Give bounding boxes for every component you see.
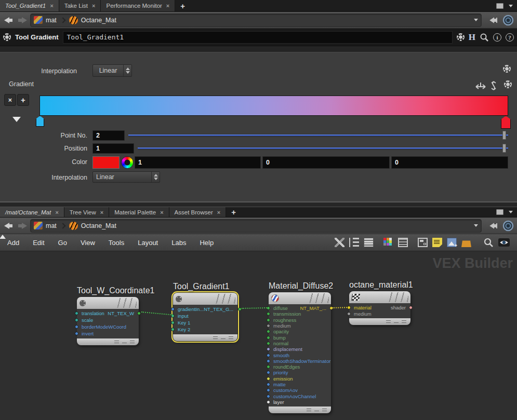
- dropdown-spinner[interactable]: [123, 65, 131, 76]
- path-dropdown-icon[interactable]: [474, 224, 478, 227]
- tools-icon[interactable]: [335, 238, 344, 247]
- input-port[interactable]: [267, 342, 270, 345]
- palette-grid-icon[interactable]: [383, 238, 393, 247]
- visibility-eye-icon[interactable]: [498, 238, 510, 247]
- background-image-icon[interactable]: +: [447, 238, 457, 247]
- color-b-field[interactable]: 0: [391, 156, 508, 169]
- ramp-key-end[interactable]: [501, 116, 511, 129]
- tab-take-list[interactable]: Take List ×: [59, 0, 101, 11]
- input-port[interactable]: [171, 321, 175, 324]
- color-swatch[interactable]: [92, 156, 120, 169]
- input-port[interactable]: [267, 318, 270, 322]
- input-port[interactable]: [267, 395, 270, 398]
- menu-add[interactable]: Add: [7, 239, 19, 247]
- input-port[interactable]: [267, 383, 270, 386]
- close-icon[interactable]: ×: [92, 3, 95, 9]
- input-port[interactable]: [267, 347, 270, 351]
- ramp-key-start[interactable]: [36, 116, 44, 127]
- node-footer[interactable]: [269, 407, 331, 413]
- menu-tools[interactable]: Tools: [109, 239, 124, 247]
- slider-handle[interactable]: [502, 131, 506, 140]
- menu-layout[interactable]: Layout: [138, 239, 158, 247]
- pane-scroll-arrow[interactable]: [0, 235, 6, 239]
- sticky-note-icon[interactable]: [432, 238, 442, 247]
- ramp-gear-icon[interactable]: [504, 80, 512, 88]
- node-Tool_W_Coordinate1[interactable]: Tool_W_Coordinate1translationNT_TEX_Wsca…: [77, 297, 139, 345]
- input-port[interactable]: [75, 311, 78, 315]
- color-g-field[interactable]: 0: [262, 156, 390, 169]
- pin-icon[interactable]: [489, 221, 499, 231]
- point-no-field[interactable]: 2: [92, 130, 125, 141]
- tab-asset-browser[interactable]: Asset Browser ×: [169, 207, 227, 217]
- tab-tool-gradient1[interactable]: Tool_Gradient1 ×: [0, 0, 59, 11]
- add-key-button[interactable]: +: [17, 94, 29, 106]
- input-port[interactable]: [267, 365, 270, 369]
- node-name-input[interactable]: Tool_Gradient1: [63, 31, 453, 44]
- node-octane_material1[interactable]: octane_material1materialshadermedium: [349, 291, 410, 325]
- search-icon[interactable]: [480, 33, 489, 42]
- tab-mat-octane-mat[interactable]: /mat/Octane_Mat ×: [0, 207, 64, 217]
- interpolation-dropdown[interactable]: Linear: [92, 64, 132, 77]
- close-icon[interactable]: ×: [166, 3, 169, 9]
- input-port[interactable]: [267, 336, 270, 340]
- node-box[interactable]: diffuseNT_MAT_...transmissionroughnessme…: [269, 292, 331, 413]
- input-port[interactable]: [267, 359, 270, 363]
- gear-menu-icon[interactable]: [457, 33, 465, 41]
- input-port[interactable]: [267, 324, 270, 328]
- node-type-gear-icon[interactable]: [3, 33, 11, 41]
- tab-performance-monitor[interactable]: Performance Monitor ×: [101, 0, 175, 11]
- pin-icon[interactable]: [489, 16, 499, 25]
- input-port[interactable]: [267, 330, 270, 333]
- node-header[interactable]: [269, 292, 331, 304]
- network-editor[interactable]: VEX Builder Tool_W_Coordinate1translatio…: [0, 251, 517, 419]
- breadcrumb-octane-mat[interactable]: Octane_Mat: [69, 222, 116, 230]
- radial-menu-icon[interactable]: [502, 220, 514, 232]
- node-footer[interactable]: [173, 334, 237, 341]
- node-header[interactable]: [349, 291, 410, 303]
- tab-material-palette[interactable]: Material Palette ×: [109, 207, 169, 217]
- list-icon[interactable]: [364, 238, 374, 247]
- path-bar[interactable]: mat Octane_Mat: [30, 13, 482, 27]
- node-Tool_Gradient1[interactable]: Tool_Gradient1gradientIn...NT_TEX_G...in…: [173, 293, 237, 341]
- menu-view[interactable]: View: [81, 239, 95, 247]
- pane-maximize-icon[interactable]: [496, 3, 503, 9]
- node-header[interactable]: [77, 297, 139, 309]
- menu-go[interactable]: Go: [58, 239, 67, 247]
- output-port[interactable]: [238, 307, 242, 311]
- wire-Tool_Gradient1:NT_TEX_G...-to-Material_Diffuse2:diffuse[interactable]: [242, 307, 269, 309]
- path-dropdown-icon[interactable]: [474, 19, 478, 21]
- tree-view-icon[interactable]: [349, 238, 359, 247]
- tab-tree-view[interactable]: Tree View ×: [64, 207, 110, 217]
- input-port[interactable]: [347, 312, 351, 316]
- node-box[interactable]: translationNT_TEX_WscaleborderModeWCoord…: [77, 297, 139, 345]
- menu-help[interactable]: Help: [200, 239, 214, 247]
- help-icon[interactable]: ?: [506, 33, 514, 42]
- dropdown-spinner[interactable]: [151, 172, 160, 182]
- input-port[interactable]: [267, 371, 270, 374]
- input-port[interactable]: [267, 377, 270, 381]
- wire-Material_Diffuse2:NT_MAT_...-to-octane_material1:material[interactable]: [332, 307, 349, 308]
- menu-edit[interactable]: Edit: [33, 239, 44, 247]
- path-bar[interactable]: mat Octane_Mat: [30, 219, 482, 233]
- point-no-slider[interactable]: [128, 134, 508, 137]
- pane-splitter[interactable]: [0, 201, 517, 207]
- menu-labs[interactable]: Labs: [171, 239, 186, 247]
- back-button[interactable]: [3, 16, 15, 25]
- node-header[interactable]: [173, 293, 237, 305]
- node-Material_Diffuse2[interactable]: Material_Diffuse2diffuseNT_MAT_...transm…: [269, 292, 331, 413]
- node-box[interactable]: materialshadermedium: [349, 291, 410, 325]
- breadcrumb-octane-mat[interactable]: Octane_Mat: [69, 16, 116, 24]
- output-port[interactable]: [409, 306, 413, 309]
- position-slider[interactable]: [138, 147, 508, 150]
- close-icon[interactable]: ×: [55, 209, 58, 215]
- input-port[interactable]: [75, 332, 78, 335]
- new-tab-button[interactable]: +: [175, 0, 190, 11]
- color-r-field[interactable]: 1: [135, 156, 261, 169]
- pane-menu-chevron-icon[interactable]: [509, 5, 513, 7]
- input-port[interactable]: [171, 307, 175, 311]
- close-icon[interactable]: ×: [217, 209, 220, 215]
- slide-keys-icon[interactable]: [474, 80, 487, 91]
- input-port[interactable]: [75, 325, 78, 329]
- input-port[interactable]: [171, 328, 175, 331]
- desktop-layout-icon[interactable]: [418, 238, 428, 247]
